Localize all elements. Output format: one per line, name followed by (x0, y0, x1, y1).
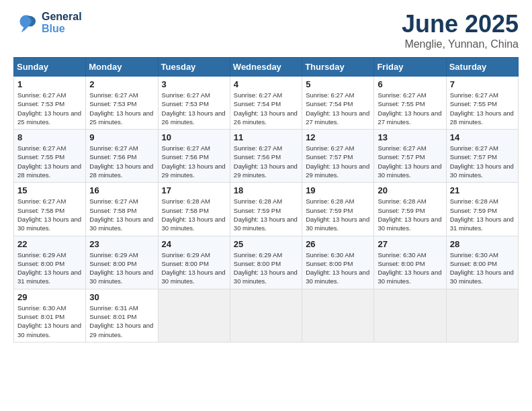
day-info: Sunrise: 6:30 AM Sunset: 8:00 PM Dayligh… (450, 250, 515, 286)
day-number: 22 (17, 239, 82, 249)
day-number: 29 (17, 292, 82, 302)
logo: General Blue (13, 10, 82, 36)
day-number: 12 (306, 132, 370, 142)
calendar-cell: 19 Sunrise: 6:28 AM Sunset: 7:59 PM Dayl… (302, 183, 374, 236)
calendar-week-row: 15 Sunrise: 6:27 AM Sunset: 7:58 PM Dayl… (14, 183, 519, 236)
calendar-cell: 7 Sunrise: 6:27 AM Sunset: 7:55 PM Dayli… (446, 77, 518, 130)
calendar-week-row: 1 Sunrise: 6:27 AM Sunset: 7:53 PM Dayli… (14, 77, 519, 130)
subtitle: Menglie, Yunnan, China (402, 38, 519, 50)
day-number: 6 (378, 79, 442, 89)
calendar-cell: 12 Sunrise: 6:27 AM Sunset: 7:57 PM Dayl… (302, 130, 374, 183)
calendar-cell (374, 289, 446, 342)
calendar-week-row: 29 Sunrise: 6:30 AM Sunset: 8:01 PM Dayl… (14, 289, 519, 342)
day-number: 2 (89, 79, 154, 89)
day-info: Sunrise: 6:27 AM Sunset: 7:53 PM Dayligh… (17, 91, 82, 126)
calendar-cell: 6 Sunrise: 6:27 AM Sunset: 7:55 PM Dayli… (374, 77, 446, 130)
day-number: 19 (306, 185, 370, 195)
day-number: 10 (162, 132, 226, 142)
calendar-cell: 29 Sunrise: 6:30 AM Sunset: 8:01 PM Dayl… (14, 289, 86, 342)
calendar-cell: 10 Sunrise: 6:27 AM Sunset: 7:56 PM Dayl… (158, 130, 230, 183)
day-info: Sunrise: 6:30 AM Sunset: 8:01 PM Dayligh… (17, 304, 82, 339)
calendar-cell: 15 Sunrise: 6:27 AM Sunset: 7:58 PM Dayl… (14, 183, 86, 236)
day-number: 5 (306, 79, 370, 89)
calendar-cell: 30 Sunrise: 6:31 AM Sunset: 8:01 PM Dayl… (86, 289, 158, 342)
calendar-cell: 23 Sunrise: 6:29 AM Sunset: 8:00 PM Dayl… (86, 236, 158, 289)
day-number: 8 (17, 132, 82, 142)
day-number: 15 (17, 185, 82, 195)
day-number: 25 (234, 239, 298, 249)
calendar-week-row: 8 Sunrise: 6:27 AM Sunset: 7:55 PM Dayli… (14, 130, 519, 183)
title-block: June 2025 Menglie, Yunnan, China (402, 10, 519, 50)
day-info: Sunrise: 6:28 AM Sunset: 7:59 PM Dayligh… (450, 197, 515, 232)
day-info: Sunrise: 6:27 AM Sunset: 7:55 PM Dayligh… (378, 91, 442, 126)
calendar-cell: 28 Sunrise: 6:30 AM Sunset: 8:00 PM Dayl… (446, 236, 518, 289)
day-info: Sunrise: 6:29 AM Sunset: 8:00 PM Dayligh… (89, 250, 154, 286)
calendar-cell: 13 Sunrise: 6:27 AM Sunset: 7:57 PM Dayl… (374, 130, 446, 183)
main-title: June 2025 (402, 10, 519, 38)
calendar-cell: 8 Sunrise: 6:27 AM Sunset: 7:55 PM Dayli… (14, 130, 86, 183)
calendar-cell (446, 289, 518, 342)
calendar-cell: 26 Sunrise: 6:30 AM Sunset: 8:00 PM Dayl… (302, 236, 374, 289)
col-wednesday: Wednesday (230, 58, 302, 77)
calendar-header-row: Sunday Monday Tuesday Wednesday Thursday… (14, 58, 519, 77)
calendar-cell: 14 Sunrise: 6:27 AM Sunset: 7:57 PM Dayl… (446, 130, 518, 183)
day-number: 9 (89, 132, 154, 142)
calendar-cell: 2 Sunrise: 6:27 AM Sunset: 7:53 PM Dayli… (86, 77, 158, 130)
day-number: 13 (378, 132, 442, 142)
day-info: Sunrise: 6:27 AM Sunset: 7:57 PM Dayligh… (378, 144, 442, 179)
day-info: Sunrise: 6:27 AM Sunset: 7:58 PM Dayligh… (17, 197, 82, 232)
day-number: 17 (162, 185, 226, 195)
day-number: 3 (162, 79, 226, 89)
calendar-cell: 27 Sunrise: 6:30 AM Sunset: 8:00 PM Dayl… (374, 236, 446, 289)
calendar-cell: 24 Sunrise: 6:29 AM Sunset: 8:00 PM Dayl… (158, 236, 230, 289)
calendar-cell: 20 Sunrise: 6:28 AM Sunset: 7:59 PM Dayl… (374, 183, 446, 236)
day-number: 24 (162, 239, 226, 249)
calendar-cell (230, 289, 302, 342)
col-thursday: Thursday (302, 58, 374, 77)
day-info: Sunrise: 6:27 AM Sunset: 7:57 PM Dayligh… (306, 144, 370, 179)
calendar-cell: 11 Sunrise: 6:27 AM Sunset: 7:56 PM Dayl… (230, 130, 302, 183)
logo-icon (13, 10, 39, 36)
day-info: Sunrise: 6:28 AM Sunset: 7:58 PM Dayligh… (162, 197, 226, 232)
day-number: 7 (450, 79, 515, 89)
day-info: Sunrise: 6:27 AM Sunset: 7:55 PM Dayligh… (450, 91, 515, 126)
logo-general-text: General (42, 11, 82, 23)
logo-blue-text: Blue (42, 23, 82, 35)
calendar-cell (158, 289, 230, 342)
day-number: 14 (450, 132, 515, 142)
day-info: Sunrise: 6:28 AM Sunset: 7:59 PM Dayligh… (234, 197, 298, 232)
day-number: 20 (378, 185, 442, 195)
day-info: Sunrise: 6:27 AM Sunset: 7:55 PM Dayligh… (17, 144, 82, 179)
day-number: 28 (450, 239, 515, 249)
day-info: Sunrise: 6:27 AM Sunset: 7:56 PM Dayligh… (89, 144, 154, 179)
day-number: 4 (234, 79, 298, 89)
calendar-cell: 4 Sunrise: 6:27 AM Sunset: 7:54 PM Dayli… (230, 77, 302, 130)
calendar-cell: 17 Sunrise: 6:28 AM Sunset: 7:58 PM Dayl… (158, 183, 230, 236)
calendar-cell: 1 Sunrise: 6:27 AM Sunset: 7:53 PM Dayli… (14, 77, 86, 130)
day-info: Sunrise: 6:27 AM Sunset: 7:57 PM Dayligh… (450, 144, 515, 179)
calendar-cell: 22 Sunrise: 6:29 AM Sunset: 8:00 PM Dayl… (14, 236, 86, 289)
day-number: 1 (17, 79, 82, 89)
day-number: 11 (234, 132, 298, 142)
calendar-table: Sunday Monday Tuesday Wednesday Thursday… (13, 57, 519, 342)
day-number: 26 (306, 239, 370, 249)
day-info: Sunrise: 6:29 AM Sunset: 8:00 PM Dayligh… (17, 250, 82, 286)
day-info: Sunrise: 6:31 AM Sunset: 8:01 PM Dayligh… (89, 304, 154, 339)
day-info: Sunrise: 6:28 AM Sunset: 7:59 PM Dayligh… (306, 197, 370, 232)
calendar-cell (302, 289, 374, 342)
day-info: Sunrise: 6:29 AM Sunset: 8:00 PM Dayligh… (162, 250, 226, 286)
day-info: Sunrise: 6:27 AM Sunset: 7:54 PM Dayligh… (306, 91, 370, 126)
page: General Blue June 2025 Menglie, Yunnan, … (0, 0, 532, 411)
day-number: 27 (378, 239, 442, 249)
day-info: Sunrise: 6:30 AM Sunset: 8:00 PM Dayligh… (378, 250, 442, 286)
day-number: 18 (234, 185, 298, 195)
day-info: Sunrise: 6:28 AM Sunset: 7:59 PM Dayligh… (378, 197, 442, 232)
calendar-cell: 18 Sunrise: 6:28 AM Sunset: 7:59 PM Dayl… (230, 183, 302, 236)
day-number: 16 (89, 185, 154, 195)
day-info: Sunrise: 6:27 AM Sunset: 7:54 PM Dayligh… (234, 91, 298, 126)
calendar-cell: 9 Sunrise: 6:27 AM Sunset: 7:56 PM Dayli… (86, 130, 158, 183)
day-info: Sunrise: 6:27 AM Sunset: 7:53 PM Dayligh… (89, 91, 154, 126)
col-tuesday: Tuesday (158, 58, 230, 77)
calendar-cell: 25 Sunrise: 6:29 AM Sunset: 8:00 PM Dayl… (230, 236, 302, 289)
calendar-cell: 3 Sunrise: 6:27 AM Sunset: 7:53 PM Dayli… (158, 77, 230, 130)
